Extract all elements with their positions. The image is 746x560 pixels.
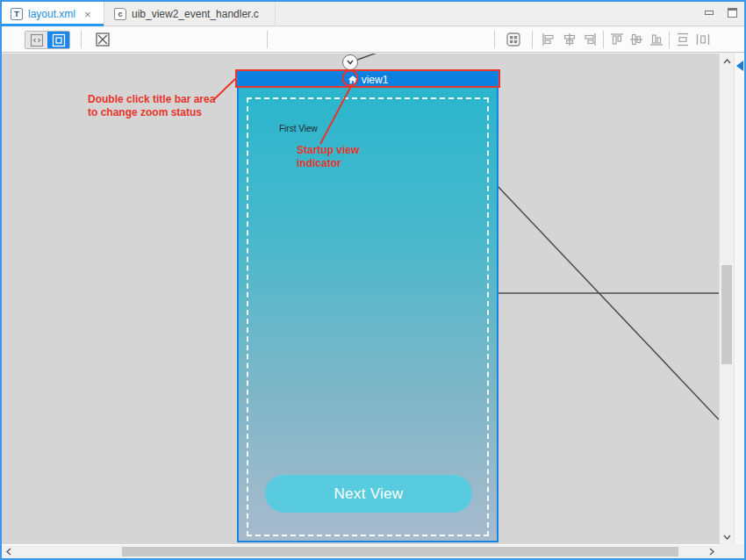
close-icon[interactable]: × — [84, 8, 91, 21]
align-bottom-button[interactable] — [647, 30, 666, 49]
design-toolbar: − + 48 % common (portrait_HD) All locale… — [2, 27, 744, 53]
zoom-hint-line2: to change zoom status — [88, 106, 215, 119]
vertical-scroll-thumb[interactable] — [721, 265, 732, 364]
grid-icon — [506, 32, 521, 47]
align-middle-button[interactable] — [627, 30, 646, 49]
minimize-icon — [705, 11, 714, 15]
scroll-down-button[interactable] — [720, 529, 734, 544]
align-top-button[interactable] — [607, 30, 627, 49]
view-mode-toggle — [25, 31, 70, 49]
editor-tab-bar: T layout.xml × c uib_view2_event_handler… — [2, 2, 744, 26]
ui-builder-window: T layout.xml × c uib_view2_event_handler… — [0, 0, 746, 560]
view1-title-bar[interactable]: view1 — [239, 73, 497, 87]
design-view-icon — [52, 33, 66, 47]
tab-label: uib_view2_event_handler.c — [132, 8, 259, 20]
scroll-left-button[interactable] — [2, 545, 16, 558]
toolbar-separator — [494, 31, 495, 48]
zoom-hint-line1: Double click title bar area — [88, 93, 215, 106]
chevron-down-icon — [723, 535, 731, 540]
fit-to-window-icon — [95, 32, 111, 47]
chevron-down-icon — [345, 57, 355, 68]
distribute-horizontal-button[interactable] — [693, 30, 713, 49]
align-top-icon — [609, 32, 625, 47]
grid-button[interactable] — [504, 30, 523, 49]
design-canvas[interactable]: view1 First View Next View Double click … — [2, 54, 719, 544]
home-startup-icon — [348, 75, 358, 85]
fit-to-window-button[interactable] — [93, 30, 112, 49]
align-center-button[interactable] — [560, 30, 579, 49]
distribute-vertical-button[interactable] — [673, 30, 692, 49]
align-right-button[interactable] — [580, 30, 599, 49]
align-right-icon — [582, 32, 598, 47]
view-title-label: view1 — [362, 75, 389, 85]
chevron-right-icon — [709, 548, 714, 556]
tab-layout-xml[interactable]: T layout.xml × — [2, 2, 104, 26]
distribute-horizontal-icon — [695, 32, 711, 47]
toolbar-separator — [669, 31, 670, 48]
maximize-icon — [728, 8, 737, 18]
zoom-hint-annotation: Double click title bar area to change zo… — [88, 93, 215, 119]
scroll-up-button[interactable] — [720, 54, 734, 68]
source-code-icon — [30, 33, 44, 47]
xml-file-icon: T — [11, 8, 23, 20]
vertical-scroll-track[interactable] — [720, 68, 734, 529]
startup-view-annotation: Startup view indicator — [297, 144, 359, 170]
design-view-button[interactable] — [47, 31, 69, 49]
align-center-icon — [562, 32, 577, 47]
collapsed-panel-strip — [734, 54, 744, 544]
chevron-left-icon — [6, 548, 11, 556]
horizontal-scrollbar — [2, 544, 719, 558]
startup-annotation-line2: indicator — [297, 157, 359, 170]
toolbar-separator — [532, 31, 533, 48]
toolbar-separator — [267, 31, 268, 48]
scrollbar-corner — [719, 544, 744, 558]
minimize-button[interactable] — [702, 5, 716, 19]
view-content-bounds — [247, 97, 489, 536]
restore-panel-icon[interactable] — [736, 61, 743, 71]
view-transition-handle[interactable] — [342, 54, 358, 70]
next-view-button[interactable]: Next View — [265, 475, 472, 513]
scroll-right-button[interactable] — [705, 545, 719, 558]
chevron-up-icon — [723, 59, 731, 64]
horizontal-scroll-track[interactable] — [16, 545, 705, 558]
c-file-icon: c — [114, 8, 126, 20]
vertical-scrollbar — [719, 54, 734, 544]
toolbar-separator — [603, 31, 604, 48]
maximize-button[interactable] — [725, 5, 739, 19]
tab-label: layout.xml — [28, 8, 75, 20]
align-left-button[interactable] — [539, 30, 558, 49]
first-view-label[interactable]: First View — [279, 124, 318, 133]
source-view-button[interactable] — [25, 31, 47, 49]
align-left-icon — [541, 32, 556, 47]
tab-uib-view2-event-handler[interactable]: c uib_view2_event_handler.c — [105, 2, 276, 26]
horizontal-scroll-thumb[interactable] — [122, 547, 678, 556]
toolbar-separator — [81, 31, 82, 48]
align-bottom-icon — [649, 32, 664, 47]
view1-design-area[interactable]: view1 First View Next View — [237, 71, 499, 542]
startup-annotation-line1: Startup view — [297, 144, 359, 157]
align-middle-icon — [628, 32, 644, 47]
window-controls — [702, 5, 739, 19]
next-view-button-label: Next View — [334, 485, 404, 503]
distribute-vertical-icon — [675, 32, 691, 47]
